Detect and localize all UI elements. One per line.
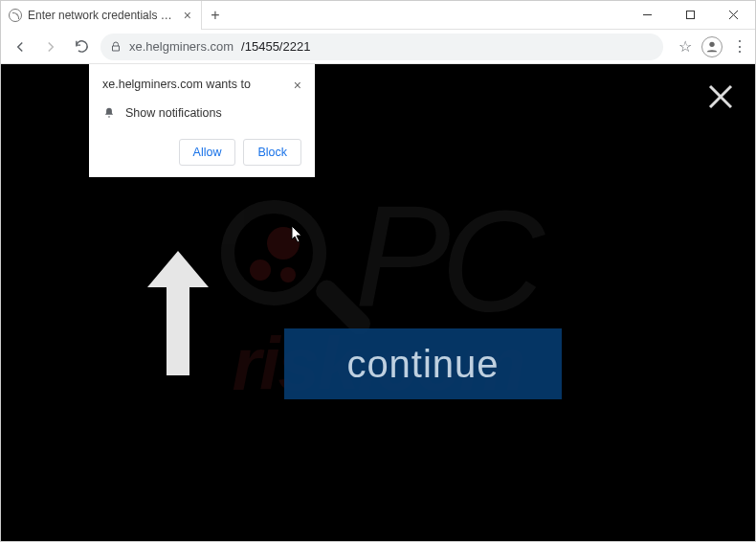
svg-rect-1 bbox=[687, 11, 695, 19]
profile-avatar[interactable] bbox=[701, 36, 723, 57]
bell-icon bbox=[102, 106, 116, 120]
window-controls bbox=[626, 1, 755, 29]
forward-button[interactable] bbox=[39, 35, 62, 58]
globe-icon bbox=[9, 9, 22, 22]
minimize-button[interactable] bbox=[626, 1, 669, 29]
allow-button[interactable]: Allow bbox=[179, 139, 236, 166]
permission-request-label: Show notifications bbox=[125, 106, 222, 120]
cursor-icon bbox=[291, 225, 304, 244]
watermark-pc: PC bbox=[355, 197, 535, 327]
url-path: /15455/2221 bbox=[241, 39, 310, 54]
tab-close-button[interactable]: × bbox=[182, 8, 193, 23]
block-button[interactable]: Block bbox=[243, 139, 301, 166]
url-host: xe.helgminers.com bbox=[129, 39, 233, 54]
page-close-icon[interactable] bbox=[707, 83, 734, 110]
new-tab-button[interactable]: + bbox=[202, 1, 229, 29]
notification-permission-dialog: xe.helgminers.com wants to × Show notifi… bbox=[89, 64, 315, 177]
toolbar-right: ☆ ⋮ bbox=[678, 36, 747, 57]
back-button[interactable] bbox=[9, 35, 32, 58]
titlebar: Enter network credentials windo × + bbox=[1, 1, 755, 30]
toolbar: xe.helgminers.com/15455/2221 ☆ ⋮ bbox=[1, 30, 755, 64]
continue-button[interactable]: continue bbox=[284, 328, 562, 399]
maximize-button[interactable] bbox=[669, 1, 712, 29]
permission-site-label: xe.helgminers.com wants to bbox=[102, 78, 251, 91]
bookmark-star-icon[interactable]: ☆ bbox=[678, 37, 692, 56]
lock-icon bbox=[110, 41, 122, 53]
svg-point-4 bbox=[709, 41, 714, 46]
browser-tab[interactable]: Enter network credentials windo × bbox=[1, 1, 202, 30]
address-bar[interactable]: xe.helgminers.com/15455/2221 bbox=[100, 34, 663, 60]
permission-close-button[interactable]: × bbox=[294, 78, 301, 93]
browser-window: Enter network credentials windo × + bbox=[0, 0, 756, 542]
page-content: PC risk.com continue xe.helgminers.com w… bbox=[1, 64, 755, 541]
reload-button[interactable] bbox=[70, 35, 93, 58]
tab-title: Enter network credentials windo bbox=[28, 9, 176, 22]
window-close-button[interactable] bbox=[712, 1, 755, 29]
magnifier-icon bbox=[221, 200, 345, 325]
menu-button[interactable]: ⋮ bbox=[732, 37, 747, 56]
arrow-up-icon bbox=[140, 241, 216, 385]
